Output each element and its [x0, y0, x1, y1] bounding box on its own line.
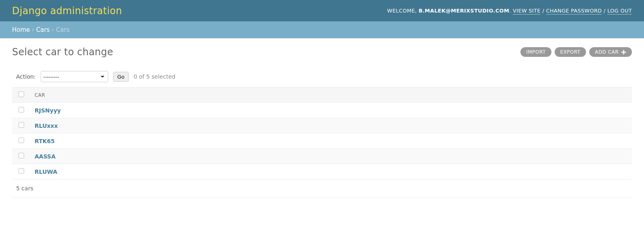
car-link[interactable]: RLUWA: [35, 169, 57, 175]
actions-bar: Action: --------- Go 0 of 5 selected: [12, 68, 632, 85]
breadcrumb-home[interactable]: Home: [12, 26, 30, 33]
table-row: RJSNyyy: [12, 103, 632, 118]
export-button[interactable]: EXPORT: [555, 47, 586, 57]
results-table: CAR RJSNyyy RLUxxx RTK65 AASSA RLUW: [12, 87, 632, 179]
go-button[interactable]: Go: [113, 72, 129, 82]
row-checkbox[interactable]: [19, 168, 24, 174]
view-site-link[interactable]: VIEW SITE: [513, 8, 541, 15]
row-checkbox[interactable]: [19, 107, 24, 112]
car-link[interactable]: AASSA: [35, 153, 56, 160]
row-checkbox[interactable]: [19, 137, 24, 143]
table-row: RLUxxx: [12, 118, 632, 133]
breadcrumb-app[interactable]: Cars: [36, 26, 50, 33]
car-link[interactable]: RJSNyyy: [35, 107, 61, 114]
row-checkbox[interactable]: [19, 153, 24, 158]
table-header-row: CAR: [12, 87, 632, 103]
breadcrumb-current: Cars: [56, 26, 70, 33]
plus-icon: [621, 50, 626, 55]
page-title: Select car to change: [12, 46, 113, 58]
add-car-button[interactable]: ADD CAR: [589, 47, 632, 57]
paginator: 5 cars: [12, 179, 632, 198]
branding: Django administration: [12, 5, 122, 17]
breadcrumb-separator: ›: [50, 26, 56, 33]
branding-link[interactable]: Django administration: [12, 5, 122, 17]
content-header: Select car to change IMPORT EXPORT ADD C…: [12, 46, 632, 58]
breadcrumb-separator: ›: [30, 26, 36, 33]
select-all-header: [12, 87, 31, 103]
user-tools: WELCOME, B.MALEK@MERIXSTUDIO.COM. VIEW S…: [387, 8, 632, 14]
add-car-label: ADD CAR: [595, 49, 619, 55]
user-email: B.MALEK@MERIXSTUDIO.COM: [419, 8, 509, 14]
row-checkbox[interactable]: [19, 122, 24, 128]
action-select[interactable]: ---------: [41, 71, 108, 82]
action-label: Action:: [16, 73, 36, 80]
separator-dot: .: [509, 8, 513, 14]
table-row: RTK65: [12, 133, 632, 149]
welcome-label: WELCOME,: [387, 8, 417, 14]
separator: /: [541, 8, 546, 14]
table-row: AASSA: [12, 149, 632, 164]
breadcrumb: Home › Cars › Cars: [0, 21, 644, 38]
content: Select car to change IMPORT EXPORT ADD C…: [0, 38, 644, 198]
object-tools: IMPORT EXPORT ADD CAR: [520, 47, 632, 57]
car-link[interactable]: RTK65: [35, 138, 55, 144]
car-link[interactable]: RLUxxx: [35, 123, 58, 129]
svg-rect-1: [621, 52, 626, 52]
log-out-link[interactable]: LOG OUT: [607, 8, 632, 15]
action-counter: 0 of 5 selected: [134, 73, 175, 80]
separator: /: [602, 8, 607, 14]
table-row: RLUWA: [12, 164, 632, 179]
import-button[interactable]: IMPORT: [520, 47, 551, 57]
change-password-link[interactable]: CHANGE PASSWORD: [546, 8, 602, 15]
select-all-checkbox[interactable]: [19, 92, 24, 97]
car-column-header[interactable]: CAR: [31, 87, 632, 103]
header: Django administration WELCOME, B.MALEK@M…: [0, 0, 644, 21]
